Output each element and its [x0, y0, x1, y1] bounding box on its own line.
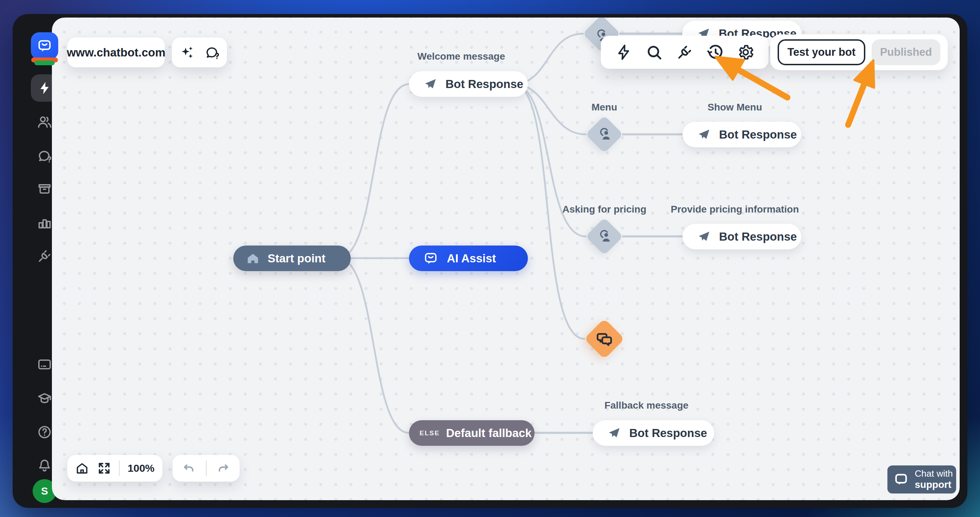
node-label: Bot Response — [629, 426, 707, 440]
people-icon — [37, 114, 52, 130]
publish-controls: Test your bot Published — [770, 34, 948, 70]
chat-bubble-icon — [37, 38, 52, 54]
node-label: Bot Response — [719, 128, 797, 142]
bot-response-node-fallback[interactable]: Bot Response — [593, 420, 714, 446]
ai-tools-pill — [172, 38, 227, 67]
credit-card-icon — [37, 356, 52, 372]
home-icon — [246, 251, 260, 266]
logo-layer-green — [34, 61, 55, 65]
label-provide-pricing-information: Provide pricing information — [671, 204, 799, 215]
divider — [206, 461, 207, 476]
ai-assist-node[interactable]: AI Assist — [409, 245, 528, 271]
sidebar-item-archives[interactable] — [37, 181, 52, 197]
test-your-bot-button[interactable]: Test your bot — [778, 39, 865, 65]
support-label: Chat with support — [915, 469, 953, 490]
label-menu: Menu — [591, 102, 617, 113]
paper-plane-icon — [607, 426, 621, 440]
search-icon[interactable] — [645, 43, 663, 61]
paper-plane-icon — [423, 77, 437, 91]
sidebar-item-academy[interactable] — [37, 390, 52, 407]
bot-url-pill[interactable]: www.chatbot.com — [67, 38, 165, 67]
desktop-background: S — [0, 0, 980, 517]
chat-bubble-icon — [423, 251, 438, 266]
paper-plane-icon — [697, 128, 711, 142]
node-label: Bot Response — [719, 230, 797, 243]
app-window: S — [13, 14, 967, 508]
sidebar-item-billing[interactable] — [37, 356, 52, 372]
label-show-menu: Show Menu — [708, 102, 762, 113]
label-welcome-message: Welcome message — [417, 51, 505, 62]
chatbot-logo[interactable] — [31, 32, 58, 60]
fit-screen-icon[interactable] — [97, 461, 111, 475]
ai-sparkles-icon[interactable] — [179, 45, 195, 61]
home-view-icon[interactable] — [75, 461, 89, 475]
chat-bubble-icon — [893, 471, 909, 488]
bot-response-node-welcome[interactable]: Bot Response — [409, 71, 528, 97]
zoom-level[interactable]: 100% — [128, 462, 155, 474]
canvas-toolbar — [601, 36, 768, 69]
plug-icon[interactable] — [676, 43, 694, 61]
default-fallback-node[interactable]: ELSE Default fallback — [409, 420, 535, 446]
sidebar-item-reports[interactable] — [37, 214, 52, 231]
divider — [119, 461, 119, 476]
archive-icon — [37, 181, 52, 197]
question-circle-icon — [37, 424, 52, 440]
flow-canvas[interactable]: Bot Response Welcome message Bot Respons… — [52, 17, 960, 500]
canvas-zoom-controls: 100% — [67, 455, 162, 482]
history-icon[interactable] — [706, 43, 724, 61]
else-tag: ELSE — [420, 430, 440, 437]
node-label: Default fallback — [446, 426, 532, 440]
sidebar-item-integrations[interactable] — [37, 248, 52, 264]
lightning-icon[interactable] — [615, 43, 632, 61]
support-line1: Chat with — [915, 469, 953, 479]
chat-question-icon[interactable] — [204, 45, 220, 61]
chat-question-icon — [37, 148, 52, 164]
bot-url: www.chatbot.com — [67, 46, 165, 59]
sidebar-item-audience[interactable] — [37, 114, 52, 130]
undo-redo-controls — [173, 455, 240, 482]
undo-icon[interactable] — [182, 461, 196, 475]
settings-gear-icon[interactable] — [737, 43, 754, 61]
label-asking-for-pricing: Asking for pricing — [562, 204, 646, 215]
bot-response-node-pricing[interactable]: Bot Response — [682, 224, 801, 250]
start-point-node[interactable]: Start point — [233, 245, 351, 271]
chat-bubbles-icon — [595, 330, 614, 348]
user-interaction-icon — [596, 228, 612, 245]
graduation-cap-icon — [37, 390, 52, 407]
bot-response-node-menu[interactable]: Bot Response — [682, 122, 801, 147]
node-label: Start point — [267, 252, 326, 265]
sidebar-item-notifications[interactable] — [37, 457, 52, 474]
plug-icon — [37, 248, 52, 264]
label-fallback-message: Fallback message — [605, 400, 689, 411]
redo-icon[interactable] — [216, 461, 230, 475]
user-interaction-icon — [596, 126, 612, 142]
node-label: Bot Response — [445, 78, 523, 91]
chat-with-support-button[interactable]: Chat with support — [888, 465, 956, 493]
paper-plane-icon — [697, 230, 711, 244]
chart-icon — [37, 214, 52, 231]
published-button[interactable]: Published — [872, 39, 940, 65]
sidebar-item-chats[interactable] — [37, 148, 52, 164]
support-line2: support — [915, 479, 953, 490]
sidebar-item-help[interactable] — [37, 424, 52, 440]
bell-icon — [37, 457, 52, 474]
lightning-icon — [37, 80, 52, 96]
avatar-initial: S — [41, 485, 48, 497]
node-label: AI Assist — [447, 252, 496, 265]
